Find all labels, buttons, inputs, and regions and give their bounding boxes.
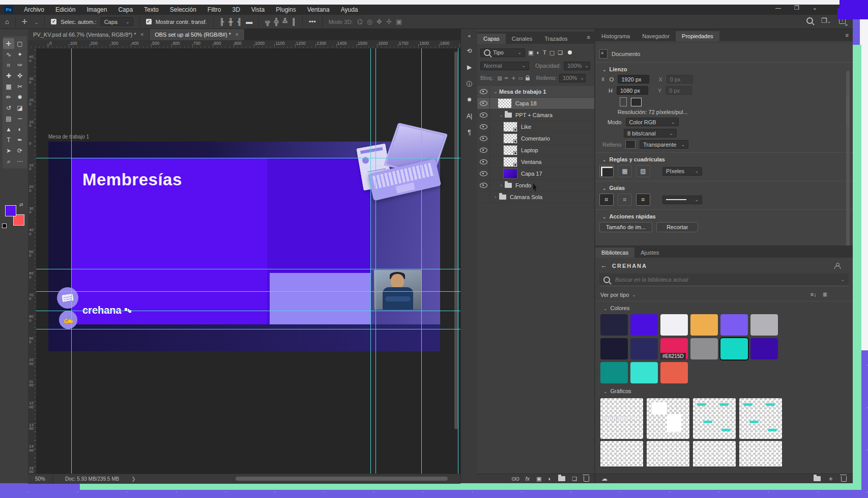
new-group-icon[interactable] — [558, 476, 565, 481]
horizontal-ruler[interactable]: 0100200300400500600700800900100011001200… — [28, 40, 460, 49]
filter-type-layers-icon[interactable]: T — [543, 49, 546, 56]
layer-mask-icon[interactable]: ▣ — [536, 476, 541, 482]
tab-capas[interactable]: Capas — [477, 34, 506, 44]
vertical-ruler[interactable]: 4003002001000100200300400500600700800900… — [28, 48, 37, 474]
eraser-tool-icon[interactable]: ◪ — [14, 102, 25, 113]
lock-artboard-icon[interactable]: ▭ — [518, 75, 523, 81]
color-swatch[interactable] — [600, 314, 628, 336]
tab-trazados[interactable]: Trazados — [538, 34, 573, 44]
fill-value[interactable]: 100% — [559, 74, 586, 82]
edit-toolbar-icon[interactable]: ⋯ — [14, 156, 25, 167]
menu-ventana[interactable]: Ventana — [302, 5, 335, 15]
auto-select-checkbox[interactable]: ✓ — [51, 19, 56, 24]
history-panel-icon[interactable]: ⟲ — [461, 47, 478, 54]
snap-guides-icon[interactable]: ⌗ — [636, 193, 650, 206]
rectangular-marquee-tool-icon[interactable]: ▢ — [14, 38, 25, 49]
layer-name[interactable]: Fondo — [515, 182, 531, 188]
info-panel-icon[interactable]: ⓘ — [461, 80, 478, 89]
path-selection-tool-icon[interactable]: ➤ — [3, 145, 14, 156]
zoom-tool-icon[interactable]: ⌕ — [3, 156, 14, 167]
libraries-scrollbar[interactable] — [846, 95, 850, 126]
lasso-tool-icon[interactable]: ∿ — [3, 49, 14, 60]
graphic-asset[interactable] — [647, 441, 689, 466]
clone-stamp-tool-icon[interactable]: ✹ — [14, 92, 25, 102]
distribute-v-icon[interactable]: ║ — [292, 18, 296, 25]
search-chevron-icon[interactable]: ⌄ — [841, 277, 845, 282]
toggle-guides-icon[interactable]: ⌗ — [599, 193, 614, 206]
align-center-h-icon[interactable]: ╫ — [228, 18, 233, 25]
layer-name[interactable]: Comentario — [521, 135, 550, 142]
menu-ayuda[interactable]: Ayuda — [335, 5, 364, 15]
layer-thumbnail[interactable] — [503, 122, 517, 132]
collapse-graphics-icon[interactable] — [600, 388, 607, 394]
color-swatch[interactable] — [720, 338, 748, 359]
layer-visibility-icon[interactable] — [477, 121, 490, 132]
layer-name[interactable]: Capa 18 — [515, 100, 537, 106]
delete-layer-icon[interactable] — [584, 476, 589, 482]
width-field[interactable]: 1920 px — [618, 75, 649, 84]
layer-visibility-icon[interactable] — [477, 109, 490, 121]
adjustment-layer-icon[interactable]: ◐ — [548, 476, 552, 482]
view-by-chevron-icon[interactable]: ⌄ — [632, 292, 636, 297]
layer-row[interactable]: ⌄Mesa de trabajo 1 — [477, 86, 594, 98]
expander-icon[interactable]: ⌄ — [492, 89, 499, 94]
layer-name[interactable]: Cámara Sola — [510, 194, 542, 200]
layer-visibility-icon[interactable] — [477, 180, 490, 191]
layer-thumbnail[interactable] — [503, 169, 517, 179]
tab-ajustes[interactable]: Ajustes — [634, 247, 665, 258]
x-field[interactable]: 0 px — [667, 75, 693, 84]
expand-panels-icon[interactable]: » — [845, 22, 848, 27]
vertical-scrollbar[interactable] — [454, 51, 458, 429]
collaborators-icon[interactable] — [834, 263, 841, 269]
align-left-icon[interactable]: ╟ — [220, 18, 224, 25]
move-tool-option-icon[interactable]: ✛ — [22, 18, 27, 25]
blend-mode-dropdown[interactable]: Normal — [480, 62, 529, 70]
tab-propiedades[interactable]: Propiedades — [676, 31, 719, 41]
horizontal-scrollbar[interactable] — [236, 477, 448, 481]
guide-style-dropdown[interactable] — [662, 196, 702, 204]
color-swatch[interactable] — [630, 362, 658, 383]
collapse-guides-icon[interactable] — [599, 185, 606, 191]
align-bottom-icon[interactable]: ╩ — [283, 18, 287, 25]
canvas-fill-dropdown[interactable]: Transparente — [640, 140, 688, 149]
cloud-sync-icon[interactable]: ☁ — [601, 475, 607, 482]
filter-toggle-icon[interactable] — [568, 50, 572, 54]
units-dropdown[interactable]: Píxeles — [662, 167, 702, 176]
lock-pixels-icon[interactable]: ✏ — [505, 75, 509, 81]
color-swatch[interactable] — [660, 314, 688, 336]
layer-visibility-icon[interactable] — [477, 133, 490, 144]
foreground-color-chip[interactable] — [5, 205, 16, 216]
layer-filter-dropdown[interactable]: Tipo — [480, 48, 525, 57]
align-right-icon[interactable]: ╢ — [237, 18, 242, 25]
crop-button[interactable]: Recortar — [656, 222, 698, 232]
layers-panel-menu-icon[interactable]: ≡ — [587, 34, 590, 40]
3d-camera-icon[interactable]: ▣ — [396, 18, 402, 25]
layer-row[interactable]: Capa 17 — [477, 168, 594, 180]
collapse-panels-icon[interactable]: « — [461, 33, 478, 39]
toggle-grid-icon[interactable]: ▦ — [618, 165, 632, 177]
menu-filtro[interactable]: Filtro — [202, 5, 227, 15]
3d-slide-icon[interactable]: ✢ — [386, 18, 392, 25]
spot-healing-brush-tool-icon[interactable]: ✚ — [3, 70, 14, 81]
menu-vista[interactable]: Vista — [246, 5, 270, 15]
close-tab-icon[interactable]: ✕ — [140, 32, 144, 37]
delete-element-icon[interactable] — [841, 476, 847, 482]
search-icon[interactable] — [806, 17, 813, 24]
layer-name[interactable]: Mesa de trabajo 1 — [499, 89, 546, 95]
layer-row[interactable]: ›Cámara Sola — [477, 191, 594, 203]
quick-selection-tool-icon[interactable]: ✦ — [14, 49, 25, 60]
3d-orbit-icon[interactable]: ⌬ — [357, 18, 362, 25]
color-swatch[interactable] — [720, 314, 748, 336]
color-swatch[interactable] — [750, 314, 778, 336]
collapse-colors-icon[interactable] — [600, 305, 607, 311]
more-align-options-icon[interactable]: ••• — [309, 18, 316, 25]
expander-icon[interactable]: › — [492, 195, 499, 200]
graphic-asset[interactable] — [600, 441, 643, 466]
graphic-asset[interactable] — [739, 398, 782, 439]
link-dimensions-icon[interactable]: ∞ — [600, 77, 606, 81]
crop-tool-icon[interactable]: ⌗ — [3, 60, 14, 70]
color-swatch[interactable] — [600, 362, 628, 383]
paragraph-panel-icon[interactable]: ¶ — [461, 129, 478, 136]
artboard[interactable]: Membresías crehana ✍ — [48, 142, 440, 351]
3d-pan-icon[interactable]: ✥ — [377, 18, 382, 25]
